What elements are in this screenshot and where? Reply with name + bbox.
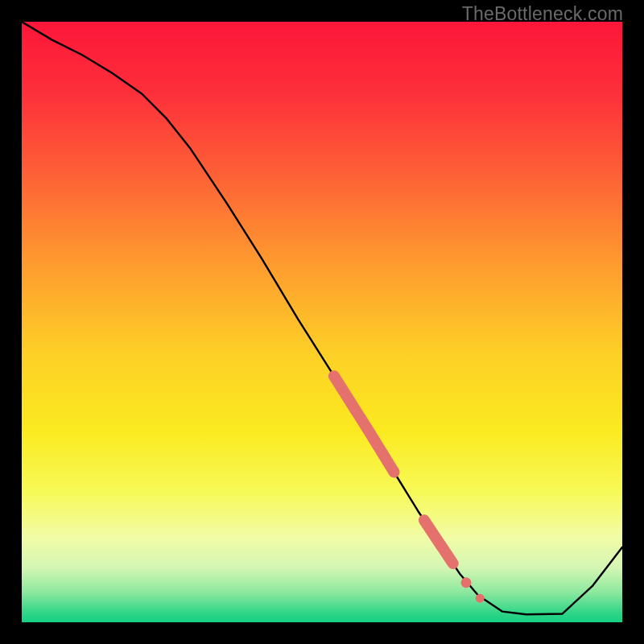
gradient-background [22,22,622,622]
chart-svg [22,22,622,622]
marker-dot [476,594,485,603]
watermark-text: TheBottleneck.com [462,3,623,25]
chart-frame: TheBottleneck.com [0,0,644,644]
marker-dot [461,577,472,588]
plot-area [22,22,622,622]
